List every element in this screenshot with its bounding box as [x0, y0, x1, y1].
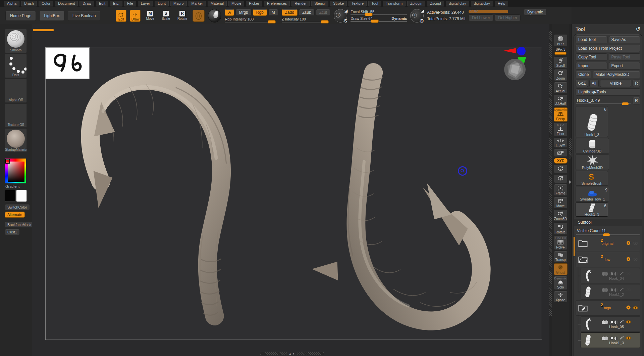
menu-item-texture[interactable]: Texture — [348, 1, 367, 7]
menu-item-tool[interactable]: Tool — [368, 1, 381, 7]
shelf-aahalf-button[interactable]: AAHalf — [554, 95, 568, 106]
subtool-folder-original[interactable]: original2 — [576, 236, 640, 251]
eye-icon[interactable] — [633, 257, 638, 263]
shelf-bpr-button[interactable]: BPR — [554, 34, 568, 47]
menu-item-edit[interactable]: Edit — [96, 1, 108, 7]
menu-item-transform[interactable]: Transform — [383, 1, 406, 7]
shelf-tile-alpha-off[interactable]: Alpha Off — [5, 79, 27, 103]
eye-icon[interactable] — [626, 319, 631, 325]
del-higher-button[interactable]: Del Higher — [495, 14, 521, 21]
menu-item-marker[interactable]: Marker — [189, 1, 206, 7]
export-button[interactable]: Export — [609, 62, 641, 70]
shelf-spiny-button[interactable]: y — [554, 165, 568, 173]
z-intensity-slider[interactable]: Z Intensity 100 — [282, 17, 329, 23]
shelf-frame-button[interactable]: Frame — [554, 184, 568, 196]
zcut-button[interactable]: Zcut — [316, 9, 330, 16]
shelf-spix-3-button[interactable]: SPix 3 — [553, 48, 568, 55]
brush-toggle-icon[interactable] — [620, 335, 624, 341]
a-button[interactable]: A — [225, 9, 234, 16]
shelf-floor-button[interactable]: X Y ZFloor — [554, 123, 568, 136]
eye-icon[interactable] — [626, 335, 631, 341]
menu-item-alpha[interactable]: Alpha — [4, 1, 19, 7]
displacement-icon[interactable] — [614, 337, 618, 340]
menu-item-file[interactable]: File — [124, 1, 136, 7]
menu-item-picker[interactable]: Picker — [246, 1, 262, 7]
tray-toggle-arrows[interactable]: ▲▼ — [289, 352, 296, 355]
polypaint2-icon[interactable] — [604, 272, 608, 276]
cust1-button[interactable]: Cust1 — [5, 229, 20, 235]
zadd-button[interactable]: Zadd — [282, 9, 298, 16]
sdiv-slider[interactable]: SDiv — [469, 10, 508, 13]
zsub-button[interactable]: Zsub — [299, 9, 315, 16]
polypaint2-icon[interactable] — [604, 320, 608, 324]
alternate-button[interactable]: Alternate — [5, 212, 25, 218]
document-area[interactable] — [45, 47, 542, 340]
uv-icon[interactable] — [609, 337, 613, 340]
color-picker[interactable] — [5, 159, 26, 183]
brush-toggle-icon[interactable] — [620, 319, 624, 325]
focal-shift-slider[interactable]: Focal Shift -55 — [351, 10, 407, 15]
live-boolean-button[interactable]: Live Boolean — [68, 11, 100, 21]
menu-item-stencil[interactable]: Stencil — [311, 1, 328, 7]
stroke-icon[interactable]: +◢ S — [334, 9, 347, 23]
draw-button[interactable]: Draw — [130, 10, 141, 22]
shelf-actual-button[interactable]: x1Actual — [554, 82, 568, 94]
menu-item-zscript[interactable]: Zscript — [427, 1, 444, 7]
eye-icon[interactable] — [633, 305, 638, 311]
gear-icon[interactable] — [626, 257, 631, 263]
subtool-item-hook-05[interactable]: Hook_05 — [581, 316, 640, 332]
uv-icon[interactable] — [609, 272, 613, 276]
canvas-viewport[interactable]: ▲▼ — [32, 24, 552, 356]
displacement-icon[interactable] — [614, 272, 618, 276]
shelf-ghost-button[interactable]: Ghost — [554, 263, 568, 275]
load-tools-from-project-button[interactable]: Load Tools From Project — [576, 45, 640, 52]
lightbox-tools-button[interactable]: Lightbox▶Tools — [576, 88, 640, 96]
make-polymesh3d-button[interactable]: Make PolyMesh3D — [593, 71, 640, 78]
menu-item-draw[interactable]: Draw — [79, 1, 94, 7]
del-lower-button[interactable]: Del Lower — [469, 14, 493, 21]
canvas-right-divider[interactable] — [549, 24, 552, 356]
subtool-section-header[interactable]: Subtool — [574, 219, 642, 226]
menu-item-movie[interactable]: Movie — [228, 1, 244, 7]
current-material-button[interactable] — [208, 9, 221, 23]
copy-tool-button[interactable]: Copy Tool — [576, 53, 607, 61]
active-tool-slider[interactable]: Hook1_3. 49 — [576, 97, 631, 105]
save-as-button[interactable]: Save As — [609, 36, 641, 43]
home-page-button[interactable]: Home Page — [5, 11, 36, 21]
draw-size-slider[interactable]: Draw Size 64 Dynamic — [351, 16, 407, 22]
menu-item-layer[interactable]: Layer — [138, 1, 153, 7]
shelf-tile-smooth[interactable]: Smooth — [5, 29, 27, 53]
lightbox-slider-fragment[interactable] — [33, 29, 54, 31]
paste-tool-button[interactable]: Paste Tool — [609, 53, 641, 61]
switch-color-button[interactable]: SwitchColor — [5, 204, 30, 210]
dynamic-label[interactable]: Dynamic — [391, 16, 407, 20]
shelf-zoom3d-button[interactable]: Zoom3D — [554, 210, 568, 221]
subtool-item-hook1-3[interactable]: Hook1_3 — [581, 332, 640, 348]
lightbox-button[interactable]: LightBox — [39, 11, 64, 21]
menu-item-help[interactable]: Help — [495, 1, 508, 7]
goz-all-button[interactable]: All — [589, 80, 598, 87]
reset-palette-icon[interactable]: ↺ — [636, 26, 640, 32]
shelf-rotate-button[interactable]: Rotate — [554, 222, 568, 235]
shelf-move-button[interactable]: Move — [554, 197, 568, 209]
shelf-scroll-button[interactable]: Scroll — [554, 56, 568, 68]
mrgb-button[interactable]: Mrgb — [235, 9, 251, 16]
shelf-tile-startupmateria[interactable]: StartupMateria — [5, 128, 27, 152]
dynamic-button[interactable]: Dynamic — [524, 9, 546, 15]
menu-item-render[interactable]: Render — [291, 1, 310, 7]
polypaint2-icon[interactable] — [604, 337, 608, 340]
subtool-folder-high[interactable]: high2 — [576, 300, 640, 316]
menu-item-document[interactable]: Document — [55, 1, 78, 7]
depth-icon[interactable]: +◢ D — [410, 9, 424, 23]
menu-item-preferences[interactable]: Preferences — [264, 1, 290, 7]
goz-button[interactable]: GoZ — [576, 80, 588, 87]
shelf-xpose-button[interactable]: Xpose — [554, 291, 568, 303]
tool-thumbnail-simplebrush[interactable]: SSimpleBrush — [576, 171, 608, 186]
eye-icon[interactable] — [626, 287, 631, 293]
panel-collapse-icon[interactable] — [569, 180, 571, 184]
camera-orbit-sphere[interactable] — [503, 57, 527, 82]
menu-item-digital-clay[interactable]: digital clay — [446, 1, 469, 7]
scale-button[interactable]: SScale — [160, 10, 172, 21]
shelf-transp-button[interactable]: Transp — [554, 251, 568, 262]
uv-icon[interactable] — [609, 320, 613, 324]
